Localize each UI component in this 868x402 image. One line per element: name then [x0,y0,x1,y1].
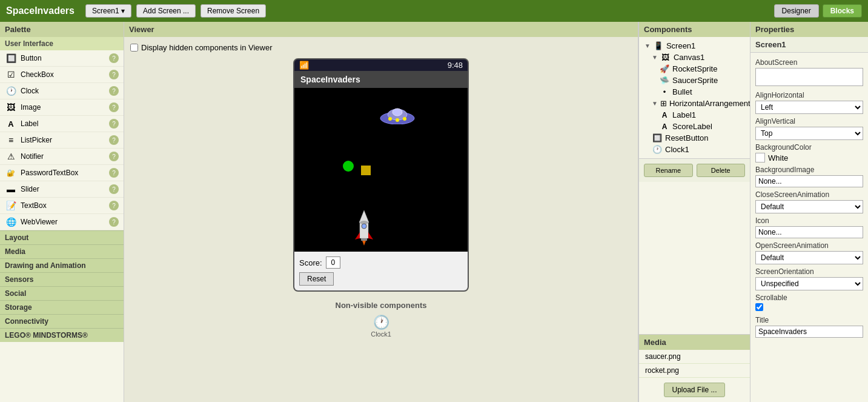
scrollable-label: Scrollable [755,293,863,302]
palette-panel: Palette User Interface 🔲 Button ? ☑ Chec… [0,22,124,402]
clock1-icon: 🕐 [652,145,663,154]
palette-item-slider[interactable]: ▬ Slider ? [0,181,124,198]
palette-item-textbox[interactable]: 📝 TextBox ? [0,198,124,214]
label-icon: A [5,118,17,130]
clock1-label-nv: Clock1 [130,330,632,338]
label-info-icon[interactable]: ? [109,119,119,129]
button-info-icon[interactable]: ? [109,53,119,63]
webviewer-info-icon[interactable]: ? [109,217,119,227]
label1-label: Label1 [672,110,696,119]
icon-input[interactable] [755,226,863,238]
rocketsprite-icon: 🚀 [659,64,670,73]
horizontalarrangement-label: HorizontalArrangement1 [669,99,750,108]
icon-label: Icon [755,216,863,225]
alignvertical-select[interactable]: Top Center Bottom [755,127,863,140]
bullet-label: Bullet [672,87,692,96]
green-ball-sprite [343,161,354,172]
comp-resetbutton[interactable]: 🔲 ResetButton [649,132,747,144]
backgroundimage-input[interactable] [755,175,863,187]
palette-item-image-label: Image [21,103,105,112]
aboutscreen-input[interactable] [755,68,863,86]
remove-screen-button[interactable]: Remove Screen [200,4,266,18]
palette-item-listpicker[interactable]: ≡ ListPicker ? [0,132,124,149]
palette-item-clock[interactable]: 🕐 Clock ? [0,83,124,99]
score-row: Score: 0 [299,256,463,269]
comp-scorelabel[interactable]: A ScoreLabel [657,121,747,132]
media-item-saucer[interactable]: saucer.png [639,350,750,364]
palette-item-webviewer[interactable]: 🌐 WebViewer ? [0,214,124,230]
notifier-info-icon[interactable]: ? [109,152,119,161]
comp-saucersprite[interactable]: 🛸 SaucerSprite [657,75,747,86]
openscreenanimation-select[interactable]: Default Fade Zoom [755,251,863,264]
designer-button[interactable]: Designer [774,4,819,18]
media-panel: Media saucer.png rocket.png Upload File … [638,334,750,402]
palette-item-checkbox[interactable]: ☑ CheckBox ? [0,67,124,83]
comp-screen1[interactable]: ▼ 📱 Screen1 [642,40,747,52]
comp-clock1[interactable]: 🕐 Clock1 [649,144,747,155]
comp-label1[interactable]: A Label1 [657,109,747,121]
blocks-button[interactable]: Blocks [823,4,862,18]
screen1-button[interactable]: Screen1 ▾ [85,4,131,18]
reset-button[interactable]: Reset [299,272,334,286]
image-info-icon[interactable]: ? [109,102,119,112]
alignhorizontal-select[interactable]: Left Center Right [755,101,863,114]
scorelabel-icon: A [659,122,670,131]
palette-section-lego[interactable]: LEGO® MINDSTORMS® [0,328,124,342]
phone-bottom: Score: 0 Reset [294,252,468,290]
comp-actions: Rename Delete [639,158,750,182]
backgroundcolor-value: White [768,153,788,162]
resetbutton-label: ResetButton [665,133,709,142]
rocketsprite-label: RocketSprite [672,64,717,73]
textbox-info-icon[interactable]: ? [109,201,119,210]
aboutscreen-label: AboutScreen [755,58,863,67]
passwordtextbox-info-icon[interactable]: ? [109,168,119,178]
palette-item-image[interactable]: 🖼 Image ? [0,99,124,116]
backgroundcolor-label: BackgroundColor [755,143,863,152]
delete-button[interactable]: Delete [697,164,746,177]
slider-info-icon[interactable]: ? [109,184,119,194]
palette-section-media[interactable]: Media [0,244,124,258]
screenorientation-label: ScreenOrientation [755,267,863,276]
palette-item-textbox-label: TextBox [21,201,105,210]
backgroundcolor-swatch[interactable] [755,153,765,162]
components-header: Components [639,22,750,37]
media-item-rocket[interactable]: rocket.png [639,364,750,378]
scrollable-checkbox[interactable] [755,303,763,311]
comp-horizontal-arrangement[interactable]: ▼ ⊞ HorizontalArrangement1 [649,98,747,109]
saucer-sprite [379,106,416,124]
listpicker-info-icon[interactable]: ? [109,135,119,145]
palette-item-notifier[interactable]: ⚠ Notifier ? [0,149,124,165]
palette-item-notifier-label: Notifier [21,152,105,161]
viewer-panel: Viewer Display hidden components in View… [124,22,638,402]
palette-section-storage[interactable]: Storage [0,300,124,314]
palette-section-social[interactable]: Social [0,286,124,300]
add-screen-button[interactable]: Add Screen ... [136,4,196,18]
palette-header: Palette [0,22,124,37]
svg-marker-11 [368,232,373,240]
palette-section-connectivity[interactable]: Connectivity [0,314,124,328]
comp-canvas1[interactable]: ▼ 🖼 Canvas1 [649,52,747,63]
screenorientation-select[interactable]: Unspecified Portrait Landscape [755,277,863,290]
palette-item-label[interactable]: A Label ? [0,116,124,132]
phone-status-bar: 📶 9:48 [294,59,468,71]
palette-section-layout[interactable]: Layout [0,230,124,244]
components-panel: Components ▼ 📱 Screen1 ▼ 🖼 Canvas1 🚀 Roc… [638,22,750,334]
comp-bullet[interactable]: • Bullet [657,86,747,98]
display-hidden-checkbox[interactable] [130,44,138,52]
upload-file-button[interactable]: Upload File ... [664,383,724,397]
title-input[interactable] [755,326,863,338]
clock-info-icon[interactable]: ? [109,86,119,96]
scorelabel-label: ScoreLabel [672,122,712,131]
palette-item-button[interactable]: 🔲 Button ? [0,50,124,67]
rename-button[interactable]: Rename [644,164,693,177]
palette-section-drawing[interactable]: Drawing and Animation [0,258,124,272]
palette-section-sensors[interactable]: Sensors [0,272,124,286]
comp-rocketsprite[interactable]: 🚀 RocketSprite [657,63,747,75]
palette-item-passwordtextbox[interactable]: 🔐 PasswordTextBox ? [0,165,124,181]
phone-wifi-icon: 📶 [299,61,309,70]
closescreenanimation-select[interactable]: Default Fade Zoom [755,200,863,213]
svg-point-3 [388,117,392,121]
checkbox-info-icon[interactable]: ? [109,70,119,79]
properties-panel: Properties Screen1 AboutScreen AlignHori… [750,22,868,402]
properties-screen-label: Screen1 [750,37,868,53]
